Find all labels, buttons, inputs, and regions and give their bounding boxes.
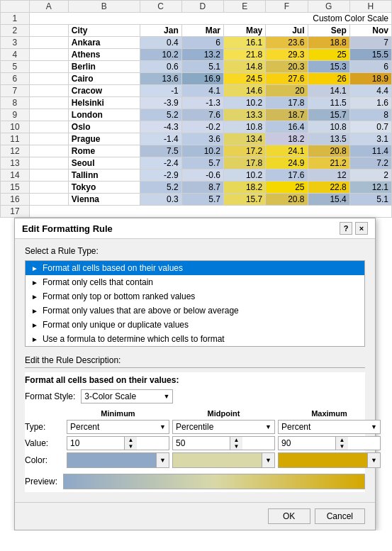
edit-formatting-dialog: Edit Formatting Rule ? × Select a Rule T… — [14, 218, 376, 530]
rule-arrow-icon-0: ► — [31, 265, 38, 272]
format-style-select[interactable]: 3-Color Scale ▼ — [81, 389, 173, 403]
table-row: 9 London 5.2 7.6 13.3 18.7 15.7 8 — [1, 109, 392, 121]
color-min-caret-icon[interactable]: ▼ — [156, 453, 169, 467]
rule-type-list: ► Format all cells based on their values… — [25, 260, 365, 347]
spreadsheet: A B C D E F G H 1 Custom Color Scale 2 C… — [0, 0, 392, 218]
color-mid-caret-icon[interactable]: ▼ — [262, 453, 274, 467]
value-mid-input[interactable]: 50 — [173, 437, 230, 450]
rule-item-2[interactable]: ► Format only top or bottom ranked value… — [26, 289, 364, 304]
rule-item-4[interactable]: ► Format only unique or duplicate values — [26, 318, 364, 332]
rule-label-5: Use a formula to determine which cells t… — [43, 334, 225, 344]
rule-arrow-icon-2: ► — [31, 293, 38, 301]
rule-label-1: Format only cells that contain — [43, 277, 153, 287]
title-row: 1 Custom Color Scale — [1, 13, 392, 25]
type-max-value: Percent — [281, 422, 310, 432]
color-max-preview — [279, 453, 367, 467]
spin-down-min-icon[interactable]: ▼ — [125, 443, 137, 450]
table-row: 5 Berlin 0.6 5.1 14.8 20.3 15.3 6 — [1, 61, 392, 73]
spreadsheet-title: Custom Color Scale — [29, 13, 391, 25]
dialog-titlebar: Edit Formatting Rule ? × — [15, 218, 375, 239]
col-header-g: G — [308, 1, 349, 13]
col-header-d: D — [181, 1, 223, 13]
preview-bar — [63, 474, 365, 489]
type-mid-select[interactable]: Percentile ▼ — [172, 420, 275, 434]
spin-up-mid-icon[interactable]: ▲ — [230, 437, 242, 443]
value-label: Value: — [25, 438, 64, 448]
type-max-select[interactable]: Percent ▼ — [278, 420, 381, 434]
rule-label-2: Format only top or bottom ranked values — [43, 291, 195, 301]
rule-desc-box: Format all cells based on their values: … — [25, 372, 365, 492]
table-row: 16 Vienna 0.3 5.7 15.7 20.8 15.4 5.1 — [1, 194, 392, 206]
type-max-caret-icon: ▼ — [371, 423, 377, 430]
rule-item-5[interactable]: ► Use a formula to determine which cells… — [26, 332, 364, 346]
color-min-preview — [67, 453, 156, 467]
color-mid-swatch[interactable]: ▼ — [172, 452, 275, 468]
ok-button[interactable]: OK — [268, 508, 310, 524]
col-minimum: Minimum — [67, 409, 169, 418]
rule-label-4: Format only unique or duplicate values — [43, 320, 189, 330]
empty-row-17: 17 — [1, 206, 392, 218]
type-min-value: Percent — [70, 422, 99, 432]
help-button[interactable]: ? — [340, 222, 352, 235]
value-max-spin[interactable]: ▲ ▼ — [335, 437, 348, 450]
col-header-b: B — [68, 1, 140, 13]
col-header-a: A — [29, 1, 68, 13]
value-mid-spin[interactable]: ▲ ▼ — [230, 437, 242, 450]
rule-item-0[interactable]: ► Format all cells based on their values — [26, 261, 364, 275]
header-row: 2 City Jan Mar May Jul Sep Nov — [1, 25, 392, 37]
color-max-caret-icon[interactable]: ▼ — [367, 453, 380, 467]
spin-up-max-icon[interactable]: ▲ — [336, 437, 348, 443]
rule-arrow-icon-3: ► — [31, 307, 38, 315]
value-min-spin[interactable]: ▲ ▼ — [124, 437, 137, 450]
col-header-e: E — [224, 1, 266, 13]
spin-down-mid-icon[interactable]: ▼ — [230, 443, 242, 450]
dialog-titlebar-buttons: ? × — [340, 222, 368, 235]
rule-arrow-icon-1: ► — [31, 279, 38, 286]
rule-type-label: Select a Rule Type: — [25, 246, 365, 256]
value-min-input[interactable]: 10 — [67, 437, 124, 450]
rule-item-1[interactable]: ► Format only cells that contain — [26, 275, 364, 289]
table-row: 10 Oslo -4.3 -0.2 10.8 16.4 10.8 0.7 — [1, 121, 392, 133]
value-max-input[interactable]: 90 — [279, 437, 335, 450]
col-header-f: F — [266, 1, 308, 13]
preview-row: Preview: — [25, 474, 365, 489]
rule-item-3[interactable]: ► Format only values that are above or b… — [26, 304, 364, 318]
rule-arrow-icon-5: ► — [31, 335, 38, 343]
table-row: 6 Cairo 13.6 16.9 24.5 27.6 26 18.9 — [1, 73, 392, 85]
rule-arrow-icon-4: ► — [31, 321, 38, 329]
dialog-overlay: Edit Formatting Rule ? × Select a Rule T… — [0, 218, 392, 530]
format-style-caret-icon: ▼ — [163, 393, 169, 400]
type-mid-caret-icon: ▼ — [265, 423, 271, 430]
dialog-title: Edit Formatting Rule — [22, 223, 113, 234]
color-max-swatch[interactable]: ▼ — [278, 452, 381, 468]
spin-up-min-icon[interactable]: ▲ — [125, 437, 137, 443]
col-maximum: Maximum — [278, 409, 381, 418]
type-min-select[interactable]: Percent ▼ — [67, 420, 169, 434]
corner-cell — [1, 1, 30, 13]
table-row: 15 Tokyo 5.2 8.7 18.2 25 22.8 12.1 — [1, 182, 392, 194]
value-mid-input-group: 50 ▲ ▼ — [172, 436, 275, 450]
table-row: 13 Seoul -2.4 5.7 17.8 24.9 21.2 7.2 — [1, 157, 392, 169]
table-row: 8 Helsinki -3.9 -1.3 10.2 17.8 11.5 1.6 — [1, 97, 392, 109]
color-label: Color: — [25, 455, 64, 465]
table-row: 12 Rome 7.5 10.2 17.2 24.1 20.8 11.4 — [1, 145, 392, 157]
type-min-caret-icon: ▼ — [159, 423, 166, 430]
table-row: 11 Prague -1.4 3.6 13.4 18.2 13.5 3.1 — [1, 133, 392, 145]
type-label: Type: — [25, 422, 64, 432]
dialog-body: Select a Rule Type: ► Format all cells b… — [15, 239, 375, 499]
close-button[interactable]: × — [355, 222, 368, 235]
col-header-c: C — [140, 1, 181, 13]
format-style-row: Format Style: 3-Color Scale ▼ — [25, 389, 365, 403]
rule-label-0: Format all cells based on their values — [43, 263, 183, 273]
table-row: 14 Tallinn -2.9 -0.6 10.2 17.6 12 2 — [1, 169, 392, 182]
rule-label-3: Format only values that are above or bel… — [43, 306, 239, 316]
table-row: 4 Athens 10.2 13.2 21.8 29.3 25 15.5 — [1, 49, 392, 61]
format-style-label: Format Style: — [25, 391, 75, 401]
spin-down-max-icon[interactable]: ▼ — [336, 443, 348, 450]
value-min-input-group: 10 ▲ ▼ — [67, 436, 169, 450]
color-min-swatch[interactable]: ▼ — [67, 452, 169, 468]
cancel-button[interactable]: Cancel — [315, 508, 365, 524]
rule-desc-label: Edit the Rule Description: — [25, 355, 365, 368]
type-mid-value: Percentile — [176, 422, 213, 432]
dialog-footer: OK Cancel — [15, 502, 375, 530]
